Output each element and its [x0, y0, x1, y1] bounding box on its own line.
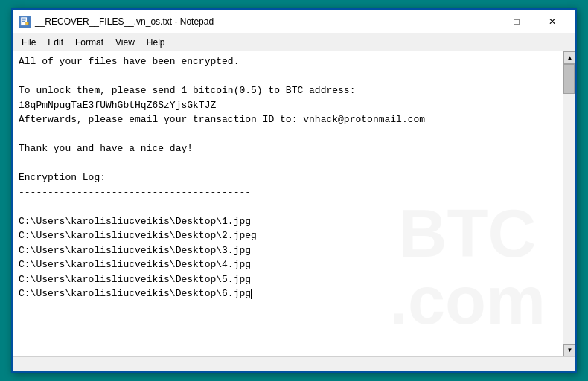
scroll-track[interactable] [563, 64, 575, 344]
svg-rect-4 [26, 22, 29, 25]
window-title: __RECOVER__FILES__.vn_os.txt - Notepad [35, 16, 464, 27]
menu-edit[interactable]: Edit [42, 36, 69, 49]
minimize-button[interactable]: — [464, 11, 498, 32]
text-editor[interactable]: All of your files have been encrypted. T… [13, 51, 563, 356]
close-button[interactable]: ✕ [535, 11, 569, 32]
content-area: All of your files have been encrypted. T… [13, 51, 575, 356]
scroll-down-button[interactable]: ▼ [563, 344, 575, 356]
scroll-up-button[interactable]: ▲ [563, 51, 575, 64]
title-bar: __RECOVER__FILES__.vn_os.txt - Notepad —… [13, 10, 575, 33]
app-icon [19, 16, 31, 28]
window-controls: — □ ✕ [464, 11, 569, 32]
menu-bar: File Edit Format View Help [13, 33, 575, 51]
scroll-thumb[interactable] [563, 64, 575, 94]
status-bar [13, 356, 575, 371]
menu-view[interactable]: View [109, 36, 141, 49]
menu-file[interactable]: File [16, 36, 42, 49]
vertical-scrollbar[interactable]: ▲ ▼ [563, 51, 575, 356]
notepad-window: __RECOVER__FILES__.vn_os.txt - Notepad —… [11, 8, 577, 373]
svg-rect-2 [22, 19, 26, 20]
svg-rect-3 [22, 21, 25, 22]
menu-help[interactable]: Help [141, 36, 171, 49]
svg-rect-1 [22, 18, 26, 19]
menu-format[interactable]: Format [69, 36, 109, 49]
maximize-button[interactable]: □ [499, 11, 534, 32]
